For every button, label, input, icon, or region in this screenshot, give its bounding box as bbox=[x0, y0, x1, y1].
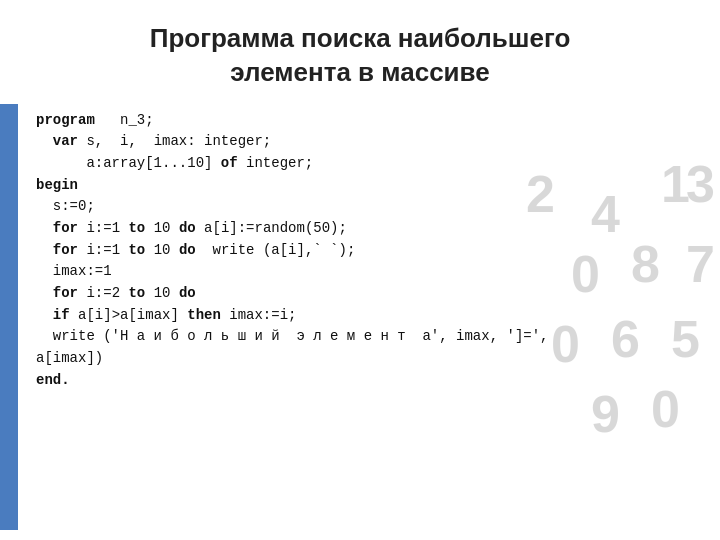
header: Программа поиска наибольшего элемента в … bbox=[0, 0, 720, 104]
code-area: 1 4 2 3 0 8 7 0 6 5 9 0 program n_3; var… bbox=[18, 104, 720, 530]
code-line-11: write ('Н а и б о л ь ш и й э л е м е н … bbox=[36, 328, 548, 344]
code-line-8: imax:=1 bbox=[36, 263, 112, 279]
code-line-4: begin bbox=[36, 177, 78, 193]
page: Программа поиска наибольшего элемента в … bbox=[0, 0, 720, 540]
code-line-1: program n_3; bbox=[36, 112, 154, 128]
left-accent-bar bbox=[0, 104, 18, 530]
code-line-12: a[imax]) bbox=[36, 350, 103, 366]
code-block: program n_3; var s, i, imax: integer; a:… bbox=[36, 110, 706, 392]
code-line-7: for i:=1 to 10 do write (a[i],` `); bbox=[36, 242, 355, 258]
code-line-3: a:array[1...10] of integer; bbox=[36, 155, 313, 171]
page-title: Программа поиска наибольшего элемента в … bbox=[40, 22, 680, 90]
code-line-13: end. bbox=[36, 372, 70, 388]
code-line-6: for i:=1 to 10 do a[i]:=random(50); bbox=[36, 220, 347, 236]
code-line-2: var s, i, imax: integer; bbox=[36, 133, 271, 149]
code-line-10: if a[i]>a[imax] then imax:=i; bbox=[36, 307, 296, 323]
main-content: 1 4 2 3 0 8 7 0 6 5 9 0 program n_3; var… bbox=[0, 104, 720, 540]
code-line-9: for i:=2 to 10 do bbox=[36, 285, 196, 301]
code-line-5: s:=0; bbox=[36, 198, 95, 214]
